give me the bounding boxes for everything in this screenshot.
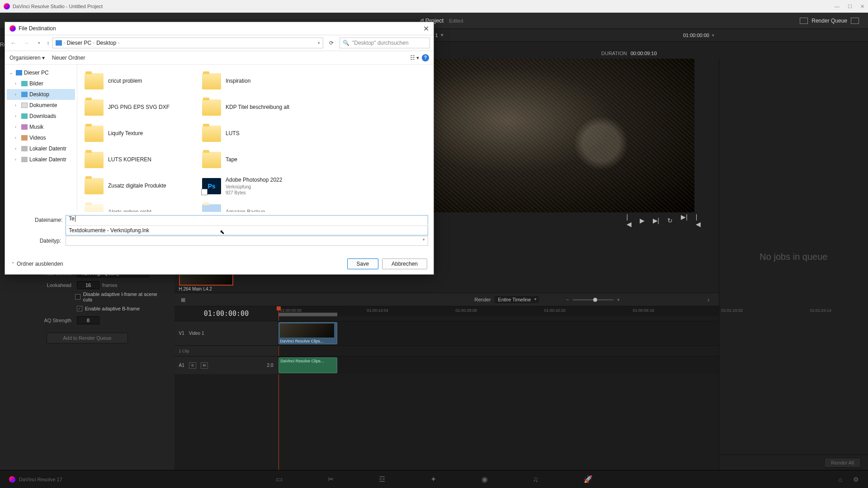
- folder-icon: [85, 178, 104, 194]
- folder-icon: [85, 126, 104, 142]
- mark-in-icon[interactable]: ▶|: [681, 213, 688, 228]
- mark-out-icon[interactable]: |◀: [696, 213, 701, 228]
- add-to-render-queue-button[interactable]: Add to Render Queue: [47, 333, 128, 343]
- play-icon[interactable]: ▶: [640, 217, 645, 224]
- forward-icon[interactable]: →: [21, 39, 31, 47]
- new-folder-button[interactable]: Neuer Ordner: [52, 55, 85, 61]
- deliver-page-icon[interactable]: 🚀: [584, 475, 593, 483]
- prev-clip-icon[interactable]: |◀: [627, 213, 632, 228]
- render-mode-select[interactable]: Entire Timeline: [495, 296, 539, 303]
- folder-item[interactable]: Alerts gehen nicht: [82, 199, 199, 212]
- folder-item[interactable]: KDP Titel beschreibung alt: [199, 94, 317, 121]
- organize-menu[interactable]: Organisieren ▾: [9, 55, 45, 61]
- search-input[interactable]: 🔍 "Desktop" durchsuchen: [340, 38, 430, 48]
- window-title: DaVinci Resolve Studio - Untitled Projec…: [13, 4, 103, 9]
- folder-icon: [85, 99, 104, 116]
- clip-view-icon[interactable]: ▦: [181, 297, 185, 303]
- tree-node-pc[interactable]: ⌄Dieser PC: [7, 67, 75, 78]
- chevron-down-icon[interactable]: ▾: [441, 32, 443, 38]
- folder-item[interactable]: LUTS KOPIEREN: [82, 147, 199, 173]
- pc-icon: [56, 40, 62, 46]
- render-label: Render: [475, 297, 491, 302]
- tree-node-videos[interactable]: ›Videos: [7, 132, 75, 143]
- tree-node-downloads[interactable]: ›Downloads: [7, 111, 75, 122]
- hide-folders-toggle[interactable]: ⌃Ordner ausblenden: [11, 261, 63, 267]
- folder-item[interactable]: cricut problem: [82, 68, 199, 94]
- loop-icon[interactable]: ↻: [667, 217, 673, 224]
- cut-page-icon[interactable]: ✂: [328, 475, 334, 483]
- media-page-icon[interactable]: ▭: [276, 475, 283, 483]
- folder-item[interactable]: Inspiration: [199, 68, 317, 94]
- timeline-ruler[interactable]: 01:00:00:00 01:00:14:04 01:00:28:08 01:0…: [278, 306, 719, 316]
- dialog-close-icon[interactable]: ✕: [423, 24, 429, 33]
- disable-iframe-checkbox[interactable]: [75, 294, 80, 300]
- folder-item[interactable]: Amazon Backup: [199, 199, 317, 212]
- transport-controls: |◀ ▶ ▶| ↻ ▶| |◀: [410, 212, 719, 229]
- duration-label: DURATION: [601, 51, 627, 56]
- filename-autocomplete[interactable]: Textdokumente - Verknüpfung.lnk ⬉: [66, 225, 428, 235]
- folder-icon: [85, 152, 104, 168]
- folder-item[interactable]: Tape: [199, 147, 317, 173]
- solo-button[interactable]: S: [189, 362, 196, 369]
- filetype-label: Dateityp:: [35, 238, 61, 244]
- in-out-range[interactable]: [278, 313, 337, 316]
- dialog-nav: ← → ▾ ↑ › Dieser PC › Desktop › ▾ ⟳ 🔍 "D…: [5, 35, 434, 51]
- file-list[interactable]: cricut problem Inspiration JPG PNG EPS S…: [77, 65, 434, 212]
- mute-button[interactable]: M: [201, 362, 208, 369]
- up-icon[interactable]: ↑: [47, 40, 50, 47]
- tree-node-disk2[interactable]: ›Lokaler Datentr: [7, 154, 75, 165]
- home-icon[interactable]: ⌂: [839, 476, 842, 483]
- breadcrumb[interactable]: › Dieser PC › Desktop › ▾: [52, 38, 324, 48]
- fusion-page-icon[interactable]: ✦: [430, 475, 436, 483]
- render-queue-toggle[interactable]: Render Queue: [800, 18, 859, 24]
- filename-input[interactable]: Te: [66, 215, 428, 225]
- dialog-app-icon: [9, 25, 16, 32]
- timecode-display[interactable]: 01:00:00:00▾: [683, 33, 714, 38]
- next-clip-icon[interactable]: ▶|: [653, 217, 660, 224]
- help-icon[interactable]: ?: [422, 54, 429, 61]
- cancel-button[interactable]: Abbrechen: [382, 258, 427, 269]
- tree-node-desktop[interactable]: ›Desktop: [7, 89, 75, 100]
- autocomplete-option[interactable]: Textdokumente - Verknüpfung.lnk: [66, 226, 428, 235]
- timeline[interactable]: 01:00:00:00 01:00:00:00 01:00:14:04 01:0…: [175, 306, 719, 470]
- filetype-select[interactable]: ▾: [66, 236, 428, 246]
- folder-icon: [202, 99, 221, 116]
- settings-icon[interactable]: ⚙: [853, 476, 859, 483]
- enable-bframe-checkbox[interactable]: ✓: [77, 306, 82, 311]
- video-clip[interactable]: DaVinci Resolve Clips...: [278, 322, 337, 344]
- folder-item[interactable]: Zusatz digitale Produkte: [82, 173, 199, 199]
- folder-icon: [202, 73, 221, 89]
- edit-page-icon[interactable]: ☲: [379, 475, 385, 483]
- color-page-icon[interactable]: ◉: [481, 475, 488, 483]
- audio-clip[interactable]: DaVinci Resolve Clips...: [278, 357, 337, 373]
- tree-node-musik[interactable]: ›Musik: [7, 122, 75, 132]
- maximize-icon[interactable]: ☐: [848, 4, 852, 9]
- close-icon[interactable]: ✕: [860, 4, 864, 9]
- breadcrumb-dropdown-icon[interactable]: ▾: [318, 41, 320, 45]
- view-mode-icon[interactable]: ☷ ▾: [410, 55, 419, 61]
- video-preview[interactable]: [428, 59, 694, 212]
- aq-input[interactable]: 8: [77, 316, 99, 324]
- back-icon[interactable]: ←: [9, 39, 19, 47]
- tree-node-disk1[interactable]: ›Lokaler Datentr: [7, 143, 75, 154]
- lookahead-label: Lookahead: [9, 282, 77, 288]
- history-dropdown-icon[interactable]: ▾: [34, 41, 44, 45]
- save-button[interactable]: Save: [347, 258, 378, 269]
- refresh-icon[interactable]: ⟳: [326, 40, 337, 46]
- audio-icon[interactable]: ♪: [707, 297, 710, 302]
- fairlight-page-icon[interactable]: ♫: [533, 475, 538, 483]
- folder-item[interactable]: LUTS: [199, 121, 317, 147]
- folder-icon: [85, 204, 104, 212]
- tree-node-bilder[interactable]: ›Bilder: [7, 78, 75, 89]
- timeline-timecode[interactable]: 01:00:00:00: [175, 310, 278, 318]
- render-all-button[interactable]: Render All: [824, 458, 861, 468]
- minimize-icon[interactable]: —: [835, 4, 840, 9]
- lookahead-input[interactable]: 16: [77, 281, 99, 289]
- folder-tree[interactable]: ⌄Dieser PC ›Bilder ›Desktop ›Dokumente ›…: [5, 65, 77, 212]
- timeline-zoom[interactable]: −+: [566, 297, 620, 302]
- folder-item[interactable]: Liquify Texture: [82, 121, 199, 147]
- expand-icon[interactable]: [851, 18, 859, 24]
- tree-node-dokumente[interactable]: ›Dokumente: [7, 100, 75, 111]
- folder-item[interactable]: JPG PNG EPS SVG DXF: [82, 94, 199, 121]
- shortcut-item[interactable]: PsAdobe Photoshop 2022Verknüpfung927 Byt…: [199, 173, 317, 199]
